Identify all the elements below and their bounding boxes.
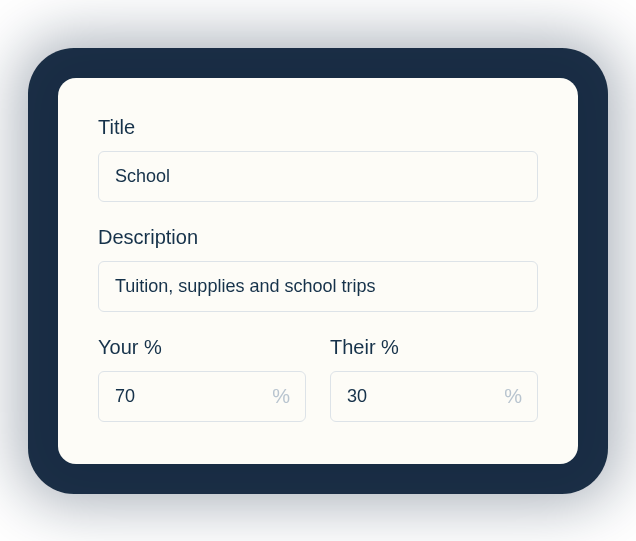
their-percent-label: Their % bbox=[330, 336, 538, 359]
your-percent-group: % bbox=[98, 371, 306, 422]
your-percent-field: Your % % bbox=[98, 336, 306, 422]
title-field: Title bbox=[98, 116, 538, 202]
their-percent-field: Their % % bbox=[330, 336, 538, 422]
expense-split-card: Title Description Your % % Their % % bbox=[58, 78, 578, 464]
title-input[interactable] bbox=[98, 151, 538, 202]
their-percent-group: % bbox=[330, 371, 538, 422]
title-label: Title bbox=[98, 116, 538, 139]
description-field: Description bbox=[98, 226, 538, 312]
your-percent-input[interactable] bbox=[98, 371, 306, 422]
percent-row: Your % % Their % % bbox=[98, 336, 538, 422]
your-percent-label: Your % bbox=[98, 336, 306, 359]
description-label: Description bbox=[98, 226, 538, 249]
their-percent-input[interactable] bbox=[330, 371, 538, 422]
description-input[interactable] bbox=[98, 261, 538, 312]
